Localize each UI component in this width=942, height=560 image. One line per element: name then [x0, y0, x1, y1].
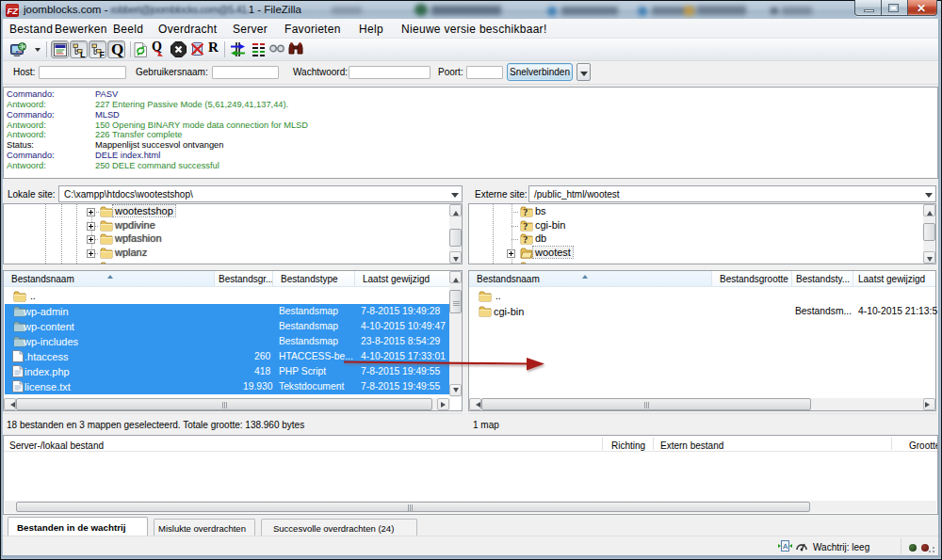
- svg-text:A: A: [783, 542, 788, 551]
- svg-text:F: F: [100, 50, 106, 58]
- svg-text:FZ: FZ: [8, 6, 20, 16]
- svg-text:L: L: [80, 50, 86, 58]
